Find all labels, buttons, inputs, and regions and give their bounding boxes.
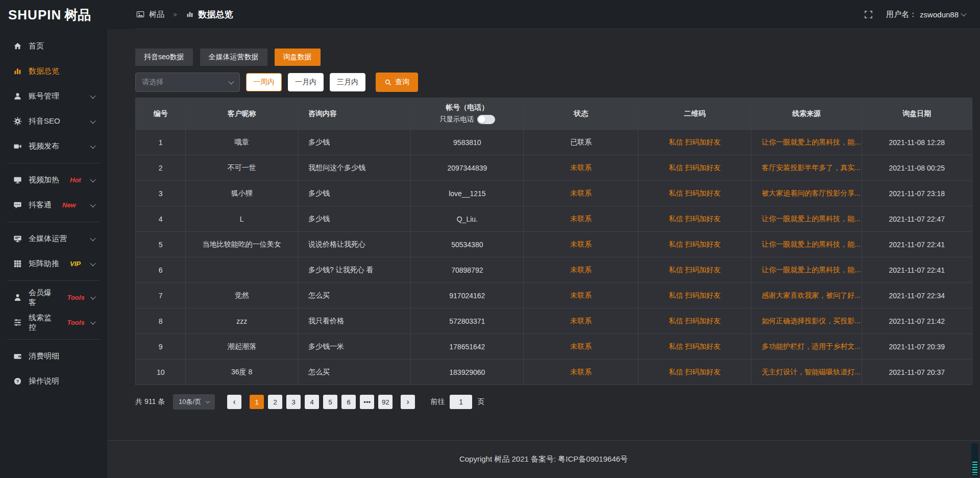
sliders-icon	[13, 318, 22, 327]
sidebar-item-video-heat[interactable]: 视频加热 Hot	[0, 168, 107, 193]
grid-icon	[13, 259, 22, 268]
sidebar-item-label: 会员爆客	[29, 288, 56, 307]
row-source-link[interactable]: 客厅安装投影半年多了，真实...	[751, 155, 862, 181]
row-id: 9	[136, 334, 186, 360]
page-button[interactable]: 4	[305, 395, 319, 409]
page-button[interactable]: 6	[341, 395, 356, 409]
sidebar-item-all-media[interactable]: 全媒体运营	[0, 226, 107, 251]
question-icon: ?	[13, 377, 22, 386]
topbar-right: 用户名：zswodun88	[864, 10, 966, 19]
range-quarter-button[interactable]: 三月内	[330, 73, 365, 91]
chat-icon	[13, 201, 22, 209]
range-week-button[interactable]: 一周内	[246, 73, 282, 91]
row-nickname: 哦章	[186, 130, 298, 155]
page-button[interactable]: 5	[323, 395, 337, 409]
row-account: 50534380	[411, 232, 524, 257]
row-qrcode-links[interactable]: 私信 扫码加好友	[638, 257, 751, 283]
table-header: 编号 客户昵称 咨询内容 帐号（电话） 只显示电话	[136, 98, 972, 130]
row-nickname	[186, 257, 298, 283]
page-button[interactable]: 3	[286, 395, 301, 409]
col-date: 询盘日期	[862, 98, 972, 130]
row-source-link[interactable]: 让你一眼就爱上的黑科技，能...	[751, 232, 862, 257]
sidebar-item-lead-monitor[interactable]: 线索监控 Tools	[0, 310, 107, 335]
next-page-button[interactable]: ›	[401, 395, 415, 409]
row-content: 多少钱一米	[298, 334, 410, 360]
row-source-link[interactable]: 让你一眼就爱上的黑科技，能...	[751, 206, 862, 232]
row-nickname: 觉然	[186, 283, 298, 308]
sidebar-item-label: 视频发布	[29, 141, 59, 151]
row-date: 2021-11-07 23:18	[862, 181, 972, 206]
tab-inquiry-data[interactable]: 询盘数据	[275, 49, 321, 66]
chevron-down-icon	[90, 142, 95, 148]
page-button[interactable]: 92	[378, 395, 393, 409]
sidebar-item-douketong[interactable]: 抖客通 New	[0, 193, 107, 218]
chevron-down-icon	[90, 92, 95, 98]
sidebar-item-matrix-boost[interactable]: 矩阵助推 VIP	[0, 251, 107, 276]
table-row: 5 当地比较能吃的一位美女 说说价格让我死心 50534380 未联系 私信 扫…	[136, 232, 972, 257]
sidebar-item-help[interactable]: ? 操作说明	[0, 369, 107, 394]
sidebar-item-douyin-seo[interactable]: 抖音SEO	[0, 109, 107, 134]
sidebar: 首页 数据总览 账号管理 抖音SEO 视频发布	[0, 29, 107, 478]
row-qrcode-links[interactable]: 私信 扫码加好友	[638, 232, 751, 257]
row-source-link[interactable]: 被大家追着问的客厅投影分享...	[751, 181, 862, 206]
row-qrcode-links[interactable]: 私信 扫码加好友	[638, 283, 751, 308]
phone-only-toggle[interactable]	[477, 115, 495, 124]
row-id: 8	[136, 308, 186, 334]
recorder-widget[interactable]	[971, 443, 978, 477]
row-date: 2021-11-07 22:34	[862, 283, 972, 308]
sidebar-item-member-burst[interactable]: 会员爆客 Tools	[0, 285, 107, 310]
select-placeholder: 请选择	[142, 78, 163, 87]
page-button[interactable]: 1	[250, 395, 264, 409]
goto-page-input[interactable]	[450, 395, 472, 409]
sidebar-divider	[7, 222, 100, 222]
page-button[interactable]: •••	[360, 395, 374, 409]
row-content: 说说价格让我死心	[298, 232, 410, 257]
row-date: 2021-11-07 20:39	[862, 334, 972, 360]
breadcrumb-root[interactable]: 树品	[149, 10, 164, 19]
row-qrcode-links[interactable]: 私信 扫码加好友	[638, 206, 751, 232]
col-status: 状态	[524, 98, 639, 130]
tab-douyin-seo-data[interactable]: 抖音seo数据	[135, 49, 193, 66]
chevron-down-icon	[206, 399, 210, 403]
row-source-link[interactable]: 让你一眼就爱上的黑科技，能...	[751, 130, 862, 155]
search-button[interactable]: 查询	[376, 73, 418, 92]
sidebar-item-account[interactable]: 账号管理	[0, 84, 107, 109]
row-source-link[interactable]: 让你一眼就爱上的黑科技，能...	[751, 257, 862, 283]
sidebar-item-video-publish[interactable]: 视频发布	[0, 134, 107, 159]
row-source-link[interactable]: 多功能护栏灯，适用于乡村文...	[751, 334, 862, 360]
row-account: 2097344839	[411, 155, 524, 181]
row-id: 4	[136, 206, 186, 232]
row-source-link[interactable]: 如何正确选择投影仪，买投影...	[751, 308, 862, 334]
sidebar-item-expense-detail[interactable]: 消费明细	[0, 344, 107, 369]
user-dropdown[interactable]: 用户名：zswodun88	[886, 10, 966, 19]
row-account: 183929060	[411, 360, 524, 385]
row-qrcode-links[interactable]: 私信 扫码加好友	[638, 155, 751, 181]
username: zswodun88	[920, 10, 959, 19]
breadcrumb-separator: >	[173, 11, 177, 18]
row-date: 2021-11-07 20:37	[862, 360, 972, 385]
row-content: 怎么买	[298, 360, 410, 385]
row-id: 6	[136, 257, 186, 283]
fullscreen-button[interactable]	[864, 10, 873, 19]
row-qrcode-links[interactable]: 私信 扫码加好友	[638, 334, 751, 360]
page-size-select[interactable]: 10条/页	[173, 394, 215, 410]
row-source-link[interactable]: 无主灯设计，智能磁吸轨道灯...	[751, 360, 862, 385]
chevron-down-icon	[90, 176, 95, 182]
table-row: 4 L 多少钱 Q_Liu. 未联系 私信 扫码加好友 让你一眼就爱上的黑科技，…	[136, 206, 972, 232]
row-qrcode-links[interactable]: 私信 扫码加好友	[638, 181, 751, 206]
page-button[interactable]: 2	[268, 395, 282, 409]
prev-page-button[interactable]: ‹	[227, 395, 241, 409]
col-source: 线索来源	[751, 98, 862, 130]
col-id: 编号	[136, 98, 186, 130]
range-month-button[interactable]: 一月内	[288, 73, 324, 91]
filter-select[interactable]: 请选择	[135, 73, 240, 92]
row-qrcode-links[interactable]: 私信 扫码加好友	[638, 130, 751, 155]
row-qrcode-links[interactable]: 私信 扫码加好友	[638, 308, 751, 334]
sidebar-item-data-overview[interactable]: 数据总览	[0, 59, 107, 84]
tab-all-media-data[interactable]: 全媒体运营数据	[200, 49, 267, 66]
row-qrcode-links[interactable]: 私信 扫码加好友	[638, 360, 751, 385]
sidebar-item-label: 数据总览	[29, 66, 59, 76]
sidebar-item-home[interactable]: 首页	[0, 34, 107, 59]
row-content: 我只看价格	[298, 308, 410, 334]
row-source-link[interactable]: 感谢大家喜欢我家，被问了好...	[751, 283, 862, 308]
